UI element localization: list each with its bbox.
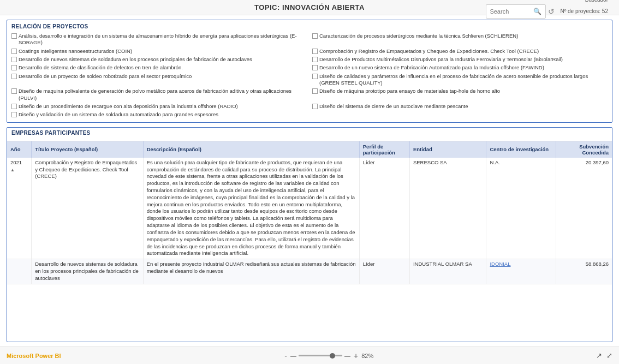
- cell-title: Comprobación y Registro de Empaquetados …: [32, 158, 143, 259]
- project-checkbox[interactable]: [312, 88, 318, 94]
- search-area: Buscador 🔍 ↺ Nº de proyectos: 52: [486, 0, 608, 19]
- col-subsidy: Subvención Concedida: [556, 141, 612, 158]
- project-item[interactable]: Diseño de un procedimiento de recargue c…: [11, 103, 307, 110]
- project-label: Desarrollo de un proyecto de soldeo robo…: [19, 73, 192, 80]
- project-checkbox[interactable]: [312, 57, 318, 62]
- companies-section: EMPRESAS PARTICIPANTES Año Título Proyec…: [7, 127, 612, 342]
- project-item[interactable]: Desarrollo de un proyecto de soldeo robo…: [11, 73, 307, 87]
- project-label: Caracterización de procesos siderúrgicos…: [319, 33, 518, 39]
- project-item[interactable]: Diseño de maquina polivalente de generac…: [11, 87, 307, 102]
- share-icon-button[interactable]: ↗: [596, 351, 602, 360]
- project-label: Diseño de maquina polivalente de generac…: [19, 88, 307, 102]
- cell-profile: Líder: [359, 158, 409, 259]
- right-icons: ↗ ⤢: [596, 351, 612, 360]
- project-label: Análisis, desarrollo e integración de un…: [19, 33, 307, 46]
- project-item[interactable]: Desarrollo de nuevos sistemas de soldadu…: [11, 56, 307, 63]
- search-input[interactable]: [490, 8, 533, 15]
- project-checkbox[interactable]: [11, 74, 17, 79]
- cell-center: IDONIAL: [486, 259, 556, 284]
- project-checkbox[interactable]: [312, 104, 318, 109]
- col-center: Centro de investigación: [486, 141, 556, 158]
- project-item[interactable]: Diseño de máquina prototipo para ensayo …: [312, 87, 608, 102]
- project-checkbox[interactable]: [312, 49, 318, 54]
- companies-table: Año Título Proyecto (Español) Descripció…: [7, 141, 612, 284]
- zoom-dash2: —: [344, 353, 350, 359]
- col-title: Título Proyecto (Español): [32, 141, 143, 158]
- cell-profile: Líder: [359, 259, 409, 284]
- project-checkbox[interactable]: [11, 104, 17, 109]
- project-item[interactable]: Desarrollo de un nuevo sistema de Fabric…: [312, 64, 608, 71]
- zoom-minus-button[interactable]: -: [283, 351, 288, 360]
- project-checkbox[interactable]: [11, 112, 17, 117]
- project-checkbox[interactable]: [312, 65, 318, 70]
- project-item[interactable]: Comprobación y Registro de Empaquetados …: [312, 47, 608, 55]
- zoom-plus-button[interactable]: +: [353, 351, 359, 360]
- project-item[interactable]: Coatings Inteligentes nanoeestructurados…: [11, 47, 307, 55]
- projects-section-title: RELACIÓN DE PROYECTOS: [11, 23, 608, 29]
- col-year: Año: [7, 141, 32, 158]
- buscador-label: Buscador: [585, 0, 608, 3]
- project-item[interactable]: Diseño y validación de un sistema de sol…: [11, 111, 307, 118]
- project-checkbox[interactable]: [11, 33, 17, 39]
- project-label: Desarrollo de sistema de clasificación d…: [19, 64, 183, 71]
- projects-section: RELACIÓN DE PROYECTOS Análisis, desarrol…: [7, 20, 612, 123]
- content-area: RELACIÓN DE PROYECTOS Análisis, desarrol…: [0, 15, 619, 347]
- cell-center: N.A.: [486, 158, 556, 259]
- cell-year: 2021▲: [7, 158, 32, 259]
- cell-description: Es una solución para cualquier tipo de f…: [143, 158, 359, 259]
- project-label: Desarrollo de Productos Multimétalicos D…: [319, 56, 563, 63]
- project-item[interactable]: Diseño del sistema de cierre de un autoc…: [312, 103, 608, 110]
- project-label: Comprobación y Registro de Empaquetados …: [319, 48, 539, 55]
- col-entity: Entidad: [409, 141, 486, 158]
- cell-description: En el presente proyecto Industrial OLMAR…: [143, 259, 359, 284]
- zoom-slider[interactable]: [299, 355, 342, 356]
- search-icon-button[interactable]: 🔍: [533, 8, 541, 15]
- cell-subsidy: 58.868,26: [556, 259, 612, 284]
- project-item[interactable]: Caracterización de procesos siderúrgicos…: [312, 32, 608, 47]
- project-checkbox[interactable]: [11, 65, 17, 70]
- project-label: Diseño y validación de un sistema de sol…: [19, 111, 218, 118]
- project-checkbox[interactable]: [11, 49, 17, 54]
- project-checkbox[interactable]: [312, 74, 318, 79]
- project-label: Diseño de máquina prototipo para ensayo …: [319, 88, 500, 94]
- companies-section-title: EMPRESAS PARTICIPANTES: [11, 130, 608, 136]
- project-label: Diseño de un procedimiento de recargue c…: [19, 103, 238, 110]
- cell-title: Desarrollo de nuevos sistemas de soldadu…: [32, 259, 143, 284]
- projects-list-container[interactable]: Análisis, desarrollo e integración de un…: [11, 32, 608, 119]
- center-text: N.A.: [490, 159, 499, 165]
- project-checkbox[interactable]: [11, 88, 17, 94]
- project-checkbox[interactable]: [11, 57, 17, 62]
- table-row: Desarrollo de nuevos sistemas de soldadu…: [7, 259, 612, 284]
- sort-arrow[interactable]: ▲: [10, 168, 15, 172]
- table-container[interactable]: Año Título Proyecto (Español) Descripció…: [7, 141, 612, 342]
- project-count: Nº de proyectos: 52: [560, 8, 608, 14]
- project-label: Desarrollo de nuevos sistemas de soldadu…: [19, 56, 252, 63]
- companies-header: EMPRESAS PARTICIPANTES: [7, 128, 612, 141]
- project-item[interactable]: Diseño de calidades y parámetros de infl…: [312, 73, 608, 87]
- companies-tbody: 2021▲ Comprobación y Registro de Empaque…: [7, 158, 612, 284]
- topic-title: TOPIC: INNOVACIÓN ABIERTA: [254, 3, 365, 11]
- cell-subsidy: 20.397,60: [556, 158, 612, 259]
- search-box[interactable]: 🔍: [486, 4, 546, 19]
- cell-entity: SERESCO SA: [409, 158, 486, 259]
- powerbi-link[interactable]: Microsoft Power BI: [7, 353, 61, 359]
- fullscreen-icon-button[interactable]: ⤢: [606, 351, 612, 360]
- project-item[interactable]: Desarrollo de Productos Multimétalicos D…: [312, 56, 608, 63]
- center-link[interactable]: IDONIAL: [490, 261, 510, 267]
- cell-entity: INDUSTRIAL OLMAR SA: [409, 259, 486, 284]
- project-checkbox[interactable]: [312, 33, 318, 39]
- table-header-row: Año Título Proyecto (Español) Descripció…: [7, 141, 612, 158]
- zoom-dash: —: [290, 353, 296, 359]
- project-item[interactable]: Análisis, desarrollo e integración de un…: [11, 32, 307, 47]
- cell-year: [7, 259, 32, 284]
- zoom-controls: - — — + 82%: [283, 351, 373, 360]
- project-item[interactable]: Desarrollo de sistema de clasificación d…: [11, 64, 307, 71]
- search-row: 🔍 ↺ Nº de proyectos: 52: [486, 4, 608, 19]
- table-row: 2021▲ Comprobación y Registro de Empaque…: [7, 158, 612, 259]
- col-profile: Perfil de participación: [359, 141, 409, 158]
- project-list: Análisis, desarrollo e integración de un…: [11, 32, 608, 119]
- refresh-icon[interactable]: ↺: [548, 7, 555, 16]
- zoom-percent: 82%: [361, 353, 373, 359]
- main-container: TOPIC: INNOVACIÓN ABIERTA Buscador 🔍 ↺ N…: [0, 0, 619, 364]
- project-label: Coatings Inteligentes nanoeestructurados…: [19, 48, 132, 55]
